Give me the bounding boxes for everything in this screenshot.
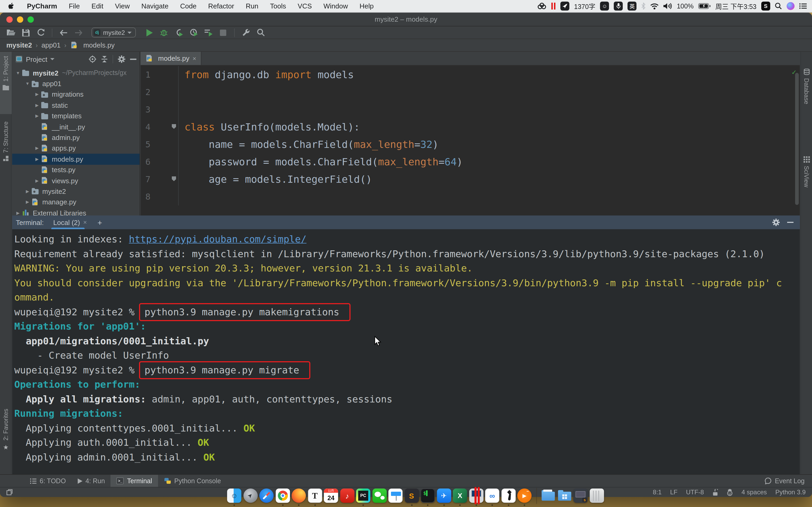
run-concurrency-icon[interactable] (203, 27, 214, 38)
dock-icon-parallels[interactable] (469, 489, 483, 506)
tree-expand-arrow-icon[interactable]: ▶ (33, 178, 41, 183)
wifi-icon[interactable] (650, 3, 659, 9)
project-panel-title[interactable]: Project (26, 55, 47, 63)
breadcrumb-item-models[interactable]: models.py (83, 41, 115, 49)
line-number[interactable]: 5 (141, 136, 179, 153)
tree-item-apps-py[interactable]: ▶apps.py (12, 143, 140, 154)
wrench-settings-icon[interactable] (240, 27, 252, 38)
indent-setting[interactable]: 4 spaces (742, 489, 767, 496)
menu-item-file[interactable]: File (63, 2, 86, 10)
battery-icon[interactable] (698, 3, 711, 9)
tree-expand-arrow-icon[interactable]: ▼ (14, 70, 22, 75)
tree-item--init-py[interactable]: __init__.py (12, 121, 140, 132)
menu-item-view[interactable]: View (109, 2, 136, 10)
event-log-button[interactable]: Event Log (764, 477, 812, 485)
stripe-button-structure[interactable]: 7: Structure (0, 117, 12, 187)
menu-item-run[interactable]: Run (240, 2, 264, 10)
ime-language-icon[interactable]: 英 (627, 2, 637, 11)
hide-panel-icon[interactable] (130, 58, 136, 60)
tree-item-static[interactable]: ▶static (12, 100, 140, 111)
menu-item-window[interactable]: Window (318, 2, 354, 10)
line-number[interactable]: 3 (141, 101, 179, 118)
hide-terminal-icon[interactable] (787, 222, 794, 223)
search-everywhere-icon[interactable] (255, 27, 267, 38)
tree-expand-arrow-icon[interactable]: ▶ (24, 200, 31, 205)
dock-icon-calendar[interactable]: 11月24 (324, 489, 338, 506)
toolwindow-todo[interactable]: 6: TODO (24, 475, 71, 487)
dock-icon-excel[interactable]: X (453, 489, 467, 506)
sync-refresh-icon[interactable] (35, 27, 47, 38)
dock-icon-finder[interactable]: ☺ (227, 489, 241, 506)
menu-item-code[interactable]: Code (174, 2, 202, 10)
dock-icon-dingtalk[interactable]: ✈ (437, 489, 451, 506)
dock-icon-sublime-text[interactable]: S (404, 489, 419, 506)
unlock-icon[interactable] (712, 489, 718, 496)
dock-icon-windows-folder[interactable] (557, 489, 571, 506)
spotlight-search-icon[interactable] (775, 3, 782, 9)
code-editor[interactable]: 1from django.db import models234class Us… (141, 66, 800, 216)
chevron-down-icon[interactable] (50, 58, 55, 60)
editor-scrollbar[interactable] (795, 73, 799, 205)
stripe-button-project[interactable]: 1: Project (0, 52, 12, 114)
clock-status[interactable]: 周三 下午3:53 (715, 1, 757, 11)
line-number[interactable]: 6 (141, 153, 179, 171)
save-all-icon[interactable] (20, 27, 32, 38)
run-configuration-select[interactable]: dj mysite2 (92, 27, 136, 38)
code-with-me-icon[interactable] (726, 489, 733, 496)
dictation-mic-icon[interactable] (614, 2, 623, 11)
dock-icon-pycharm[interactable]: PC (356, 489, 370, 506)
terminal-link[interactable]: https://pypi.douban.com/simple/ (129, 233, 307, 244)
tree-item-tests-py[interactable]: tests.py (12, 165, 140, 175)
cloud-sync-icon[interactable] (537, 3, 547, 9)
breadcrumb-item-app01[interactable]: app01 (42, 41, 60, 49)
dock-icon-iqiyi[interactable]: ▶~ (517, 489, 531, 506)
tree-expand-arrow-icon[interactable]: ▶ (33, 157, 41, 162)
tree-item-views-py[interactable]: ▶views.py (12, 175, 140, 186)
run-with-coverage-icon[interactable] (173, 27, 185, 38)
tree-item-models-py[interactable]: ▶models.py (12, 154, 140, 165)
dock-icon-wechat[interactable] (372, 489, 387, 506)
dock-icon-netease-music[interactable]: ♪ (340, 489, 354, 506)
line-number[interactable]: 2 (141, 83, 179, 101)
gear-icon[interactable] (118, 55, 125, 63)
notification-center-icon[interactable] (799, 3, 807, 9)
debug-button[interactable] (158, 27, 170, 38)
stripe-button-database[interactable]: Database (801, 64, 812, 144)
menu-item-edit[interactable]: Edit (86, 2, 109, 10)
tree-expand-arrow-icon[interactable]: ▶ (33, 103, 41, 108)
tree-item-manage-py[interactable]: ▶manage.py (12, 197, 140, 208)
dock-icon-chrome[interactable] (275, 489, 290, 506)
navigate-forward-icon[interactable] (72, 27, 84, 38)
line-separator[interactable]: LF (670, 489, 677, 496)
line-number[interactable]: 7 (141, 171, 179, 188)
editor-tab-models[interactable]: models.py × (141, 52, 202, 65)
dock-icon-terminal[interactable]: $▌ (420, 489, 435, 506)
toolwindow-python-console[interactable]: Python Console (158, 475, 227, 487)
siri-icon[interactable] (786, 2, 795, 10)
bluetooth-icon[interactable] (641, 3, 646, 9)
line-number[interactable]: 1 (141, 66, 179, 83)
dock-icon-launchpad[interactable]: ➤ (243, 489, 257, 506)
line-number[interactable]: 8 (141, 188, 179, 206)
tree-item-external-libraries[interactable]: ▶External Libraries (12, 208, 140, 216)
close-terminal-tab-icon[interactable]: × (83, 219, 87, 226)
dock-icon-netdisk[interactable]: ∞ (485, 489, 499, 506)
open-folder-icon[interactable] (5, 27, 17, 38)
fold-marker-icon[interactable] (172, 176, 176, 181)
line-number[interactable]: 4 (141, 118, 179, 136)
apple-menu-icon[interactable] (5, 2, 17, 10)
locate-file-icon[interactable] (89, 55, 96, 63)
pause-status-icon[interactable] (551, 3, 556, 9)
menu-item-pycharm[interactable]: PyCharm (21, 2, 63, 10)
collapse-all-icon[interactable] (101, 55, 108, 63)
python-interpreter[interactable]: Python 3.9 (775, 489, 806, 496)
dock-icon-projects-folder[interactable]: s (573, 489, 588, 506)
profiler-icon[interactable] (188, 27, 200, 38)
new-terminal-session-icon[interactable]: + (98, 218, 102, 227)
emoji-input-icon[interactable]: ☺ (600, 2, 609, 11)
terminal-tab-local[interactable]: Local (2) × (48, 216, 92, 229)
navigate-back-icon[interactable] (58, 27, 69, 38)
menu-item-tools[interactable]: Tools (264, 2, 292, 10)
tree-expand-arrow-icon[interactable]: ▶ (24, 189, 31, 194)
caret-position[interactable]: 8:1 (653, 489, 662, 496)
